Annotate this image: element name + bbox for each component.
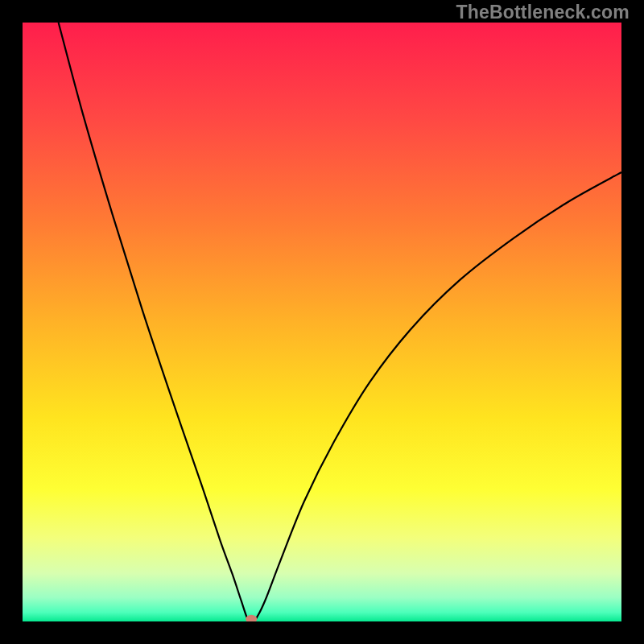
gradient-background [23,23,621,621]
bottleneck-chart [23,23,621,621]
chart-plot-area [23,23,621,621]
chart-frame: TheBottleneck.com [0,0,644,644]
watermark-label: TheBottleneck.com [456,2,630,23]
